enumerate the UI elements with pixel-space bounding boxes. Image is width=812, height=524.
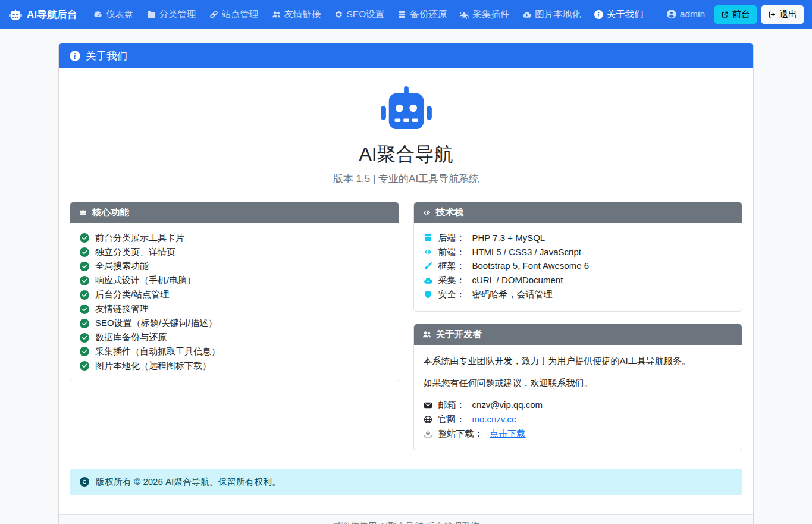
nav-label: 关于我们 — [607, 8, 644, 21]
feature-item: 友情链接管理 — [80, 302, 389, 316]
nav-item-image-localize[interactable]: 图片本地化 — [516, 0, 588, 29]
database-icon — [397, 10, 406, 19]
logout-icon — [768, 11, 776, 18]
feature-item: 后台分类/站点管理 — [80, 288, 389, 302]
tech-stack-header: 技术栈 — [414, 202, 742, 223]
tech-item: 后端：PHP 7.3 + MySQL — [424, 231, 733, 245]
check-circle-icon — [80, 333, 89, 343]
developer-title: 关于开发者 — [436, 328, 482, 341]
app-subtitle: 版本 1.5 | 专业的AI工具导航系统 — [70, 172, 742, 186]
copyright-alert: 版权所有 © 2026 AI聚合导航。保留所有权利。 — [70, 469, 742, 495]
tech-label: 安全： — [438, 289, 465, 300]
logout-button[interactable]: 退出 — [761, 5, 804, 24]
tech-item: 框架：Bootstrap 5, Font Awesome 6 — [424, 259, 733, 274]
tech-item: 安全：密码哈希，会话管理 — [424, 288, 733, 302]
link-icon — [209, 10, 218, 19]
card-footer: 感谢您使用 AI聚合导航 后台管理系统 — [59, 514, 753, 524]
frontend-button[interactable]: 前台 — [714, 5, 757, 24]
tech-value: Bootstrap 5, Font Awesome 6 — [472, 261, 590, 272]
footer-text: 感谢您使用 AI聚合导航 后台管理系统 — [333, 521, 480, 524]
nav-links: 仪表盘 分类管理 站点管理 友情链接 SEO设置 备份还原 采集插件 图片本地化… — [87, 0, 667, 29]
check-circle-icon — [80, 319, 89, 328]
contact-email: 邮箱： cnzv@vip.qq.com — [424, 399, 733, 413]
features-list: 前台分类展示工具卡片 独立分类页、详情页 全局搜索功能 响应式设计（手机/电脑）… — [70, 223, 399, 382]
app-title: AI聚合导航 — [70, 142, 742, 168]
feature-item: 响应式设计（手机/电脑） — [80, 274, 389, 288]
nav-item-scraper-plugin[interactable]: 采集插件 — [453, 0, 516, 29]
navbar-right: admin 前台 退出 — [667, 5, 804, 24]
hero-section: AI聚合导航 版本 1.5 | 专业的AI工具导航系统 — [70, 79, 742, 186]
page-header: 关于我们 — [59, 43, 753, 68]
current-user: admin — [667, 9, 705, 20]
robot-logo-icon — [377, 86, 436, 131]
tech-value: 密码哈希，会话管理 — [472, 289, 553, 300]
gauge-icon — [93, 10, 102, 19]
folder-icon — [147, 10, 156, 19]
feature-item: 数据库备份与还原 — [80, 331, 389, 345]
tech-stack-list: 后端：PHP 7.3 + MySQL 前端：HTML5 / CSS3 / Jav… — [414, 223, 742, 311]
feature-text: 数据库备份与还原 — [95, 332, 167, 343]
check-circle-icon — [80, 290, 89, 300]
feature-item: 独立分类页、详情页 — [80, 245, 389, 259]
tech-stack-card: 技术栈 后端：PHP 7.3 + MySQL 前端：HTML5 / CSS3 /… — [413, 202, 743, 312]
nav-item-categories[interactable]: 分类管理 — [140, 0, 203, 29]
nav-item-sites[interactable]: 站点管理 — [203, 0, 265, 29]
feature-item: 采集插件（自动抓取工具信息） — [80, 345, 389, 359]
copyright-text: 版权所有 © 2026 AI聚合导航。保留所有权利。 — [96, 476, 281, 488]
about-card: 关于我们 AI聚合导航 版本 1.5 | 专业的AI工具导航系统 核心功能 — [58, 43, 754, 524]
contact-label: 官网： — [438, 414, 465, 425]
nav-item-seo[interactable]: SEO设置 — [328, 0, 391, 29]
nav-label: SEO设置 — [347, 8, 385, 21]
nav-label: 采集插件 — [472, 8, 509, 21]
contact-label: 邮箱： — [438, 400, 465, 411]
nav-item-friend-links[interactable]: 友情链接 — [265, 0, 328, 29]
tech-label: 采集： — [438, 275, 465, 286]
tech-value: PHP 7.3 + MySQL — [472, 233, 545, 244]
features-title: 核心功能 — [92, 206, 129, 219]
nav-item-dashboard[interactable]: 仪表盘 — [87, 0, 140, 29]
check-circle-icon — [80, 247, 89, 257]
nav-label: 站点管理 — [222, 8, 259, 21]
feature-item: 前台分类展示工具卡片 — [80, 231, 389, 245]
contact-list: 邮箱： cnzv@vip.qq.com 官网： mo.cnzv.cc — [424, 399, 733, 441]
tech-value: cURL / DOMDocument — [472, 275, 563, 286]
code-icon — [424, 247, 432, 256]
feature-text: 独立分类页、详情页 — [95, 247, 175, 258]
feature-item: 图片本地化（远程图标下载） — [80, 359, 389, 373]
nav-label: 仪表盘 — [106, 8, 134, 21]
feature-text: SEO设置（标题/关键词/描述） — [95, 318, 217, 329]
check-circle-icon — [80, 276, 89, 285]
website-link[interactable]: mo.cnzv.cc — [472, 414, 516, 425]
check-circle-icon — [80, 233, 89, 243]
download-link[interactable]: 点击下载 — [490, 428, 526, 440]
tech-label: 前端： — [438, 247, 465, 258]
spider-icon — [460, 10, 469, 19]
feature-text: 友情链接管理 — [95, 303, 149, 315]
download-icon — [424, 429, 432, 438]
tech-stack-title: 技术栈 — [436, 206, 464, 219]
developer-card: 关于开发者 本系统由专业团队开发，致力于为用户提供便捷的AI工具导航服务。 如果… — [413, 324, 743, 451]
developer-card-header: 关于开发者 — [414, 324, 742, 345]
about-card-body: AI聚合导航 版本 1.5 | 专业的AI工具导航系统 核心功能 前台分类展示工… — [59, 68, 753, 514]
brand-label: AI导航后台 — [27, 8, 77, 21]
robot-icon — [8, 9, 23, 20]
check-circle-icon — [80, 361, 89, 371]
cloud-download-icon — [522, 10, 531, 19]
globe-icon — [424, 415, 432, 424]
top-navbar: AI导航后台 仪表盘 分类管理 站点管理 友情链接 SEO设置 备份还原 采集插… — [0, 0, 812, 29]
nav-item-backup[interactable]: 备份还原 — [391, 0, 453, 29]
features-card-header: 核心功能 — [70, 202, 399, 223]
left-column: 核心功能 前台分类展示工具卡片 独立分类页、详情页 全局搜索功能 响应式设计（手… — [70, 202, 399, 382]
person-circle-icon — [667, 10, 676, 19]
contact-label: 整站下载： — [438, 428, 483, 440]
tech-item: 采集：cURL / DOMDocument — [424, 274, 733, 288]
contact-download: 整站下载： 点击下载 — [424, 427, 733, 441]
main-container: 关于我们 AI聚合导航 版本 1.5 | 专业的AI工具导航系统 核心功能 — [58, 43, 754, 524]
brand-link[interactable]: AI导航后台 — [8, 8, 77, 21]
nav-item-about[interactable]: 关于我们 — [588, 0, 650, 29]
nav-label: 备份还原 — [410, 8, 447, 21]
tech-value: HTML5 / CSS3 / JavaScript — [472, 247, 581, 258]
developer-paragraph: 如果您有任何问题或建议，欢迎联系我们。 — [424, 376, 733, 389]
brush-icon — [424, 262, 432, 271]
copyright-icon — [80, 477, 89, 487]
